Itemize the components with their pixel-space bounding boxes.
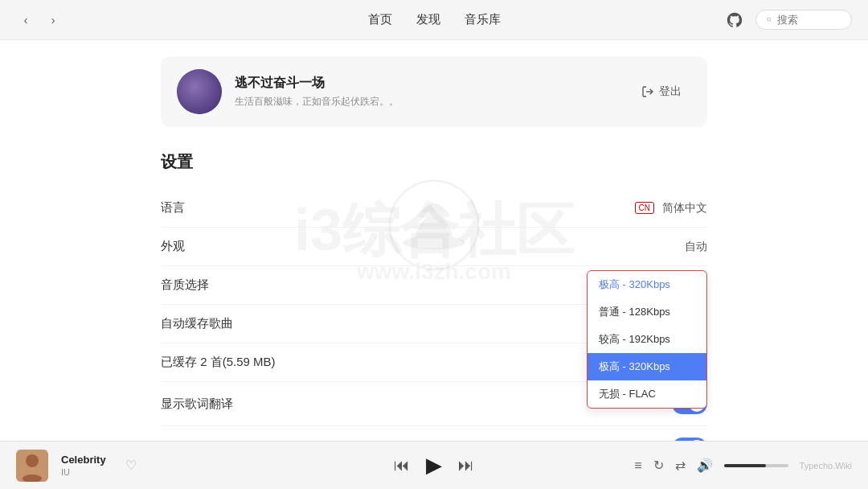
player-play-button[interactable]: ▶ (426, 453, 442, 478)
volume-icon[interactable]: 🔊 (697, 458, 713, 473)
user-avatar (177, 69, 222, 114)
quality-option-4[interactable]: 无损 - FLAC (588, 380, 706, 408)
volume-bar[interactable] (724, 464, 788, 467)
lyrics-label: 显示歌词翻译 (161, 397, 233, 412)
queue-icon[interactable]: ≡ (634, 458, 641, 473)
brand-label: Typecho.Wiki (800, 461, 852, 471)
language-value[interactable]: CN 简体中文 (635, 201, 707, 216)
setting-row-appearance: 外观 自动 (161, 228, 707, 266)
appearance-value[interactable]: 自动 (685, 240, 707, 254)
player-bar: Celebrity IU ♡ ⏮ ▶ ⏭ ≡ ↻ ⇄ 🔊 Typecho.Wik… (0, 441, 868, 489)
user-card: 逃不过奋斗一场 生活百般滋味，正如音乐起伏跌宕。。 登出 (161, 56, 707, 127)
nav-right (723, 9, 852, 31)
topbar: ‹ › 首页 发现 音乐库 (0, 0, 868, 40)
cn-badge: CN (635, 202, 654, 214)
player-right-controls: ≡ ↻ ⇄ 🔊 Typecho.Wiki (634, 458, 852, 473)
nav-arrows: ‹ › (16, 10, 63, 30)
auto-cache-label: 自动缓存歌曲 (161, 316, 233, 331)
appearance-label: 外观 (161, 239, 185, 254)
svg-point-6 (26, 454, 39, 467)
nav-discover[interactable]: 发现 (416, 12, 440, 27)
player-track-info: Celebrity IU (61, 454, 106, 477)
setting-row-github: 显示 GitHub 图标 (161, 426, 707, 441)
quality-option-2[interactable]: 较高 - 192Kbps (588, 326, 706, 353)
main-content: 逃不过奋斗一场 生活百般滋味，正如音乐起伏跌宕。。 登出 设置 语言 CN 简体… (0, 40, 868, 441)
quality-dropdown-wrapper: 极高 - 320Kbps 极高 - 320Kbps 普通 - 128Kbps 较… (630, 278, 707, 293)
nav-forward[interactable]: › (43, 10, 63, 30)
player-controls: ⏮ ▶ ⏭ (394, 453, 474, 478)
shuffle-icon[interactable]: ⇄ (675, 458, 686, 473)
user-info: 逃不过奋斗一场 生活百般滋味，正如音乐起伏跌宕。。 (235, 75, 619, 109)
language-label: 语言 (161, 200, 185, 216)
github-toggle[interactable] (672, 438, 707, 441)
player-prev-button[interactable]: ⏮ (394, 456, 410, 475)
nav-center: 首页 发现 音乐库 (368, 12, 501, 27)
repeat-icon[interactable]: ↻ (653, 458, 664, 473)
setting-row-quality: 音质选择 极高 - 320Kbps 极高 - 320Kbps 普通 - 128K… (161, 266, 707, 305)
nav-back[interactable]: ‹ (16, 10, 35, 30)
quality-option-3[interactable]: 极高 - 320Kbps (588, 353, 706, 380)
logout-button[interactable]: 登出 (632, 80, 691, 104)
user-bio: 生活百般滋味，正如音乐起伏跌宕。。 (235, 95, 619, 109)
quality-label: 音质选择 (161, 277, 209, 293)
player-like-icon[interactable]: ♡ (125, 458, 137, 473)
language-text: 简体中文 (662, 201, 707, 216)
volume-fill (724, 464, 766, 467)
player-next-button[interactable]: ⏭ (458, 456, 474, 475)
cached-label: 已缓存 2 首(5.59 MB) (161, 355, 276, 370)
player-thumbnail (16, 450, 48, 482)
user-name: 逃不过奋斗一场 (235, 75, 619, 92)
player-track-artist: IU (61, 467, 106, 477)
appearance-text: 自动 (685, 240, 707, 254)
settings-title: 设置 (161, 151, 707, 173)
setting-row-language: 语言 CN 简体中文 (161, 189, 707, 228)
search-input[interactable] (777, 14, 841, 26)
player-track-name: Celebrity (61, 454, 106, 466)
search-box[interactable] (755, 10, 852, 30)
quality-option-1[interactable]: 普通 - 128Kbps (588, 298, 706, 326)
quality-option-0[interactable]: 极高 - 320Kbps (588, 271, 706, 298)
github-icon[interactable] (723, 9, 746, 31)
nav-home[interactable]: 首页 (368, 12, 392, 27)
nav-library[interactable]: 音乐库 (465, 12, 501, 27)
logout-label: 登出 (659, 84, 682, 99)
quality-dropdown-menu: 极高 - 320Kbps 普通 - 128Kbps 较高 - 192Kbps 极… (587, 270, 707, 409)
github-label: 显示 GitHub 图标 (161, 441, 253, 442)
